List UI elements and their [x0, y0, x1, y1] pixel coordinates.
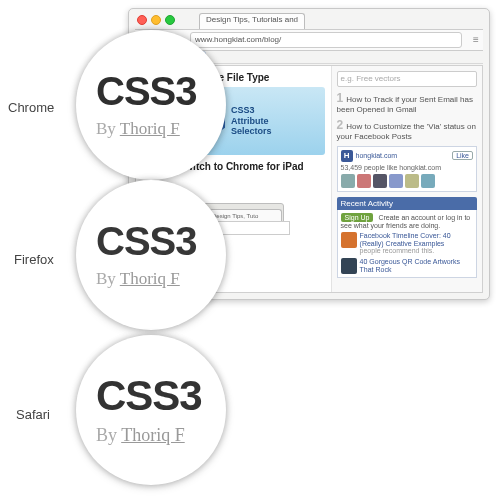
chrome-zoom-sample: CSS3 By Thoriq F [76, 30, 226, 180]
sidebar-item[interactable]: 1How to Track if your Sent Email has bee… [337, 91, 477, 115]
menu-icon[interactable]: ≡ [469, 33, 483, 47]
firefox-zoom-sample: CSS3 By Thoriq F [76, 180, 226, 330]
search-input[interactable]: e.g. Free vectors [337, 71, 477, 87]
address-field[interactable]: www.hongkiat.com/blog/ [190, 32, 462, 48]
signup-button[interactable]: Sign Up [341, 213, 374, 222]
author-link[interactable]: Thoriq F [121, 425, 185, 445]
like-button[interactable]: Like [452, 151, 473, 160]
author-link[interactable]: Thoriq F [120, 269, 180, 288]
hero-text: CSS3 Attribute Selectors [231, 105, 272, 136]
fb-page-name[interactable]: hongkiat.com [356, 152, 398, 159]
close-icon [137, 15, 147, 25]
recent-activity-body: Sign Up Create an account or log in to s… [337, 210, 477, 278]
sample-heading: CSS3 [96, 221, 226, 261]
label-firefox: Firefox [14, 252, 54, 267]
sample-byline: By Thoriq F [96, 119, 226, 139]
activity-thumb-icon [341, 232, 357, 248]
facebook-widget: H hongkiat.com Like 53,459 people like h… [337, 146, 477, 192]
safari-zoom-sample: CSS3 By Thoriq F [76, 335, 226, 485]
author-link[interactable]: Thoriq F [120, 119, 180, 138]
activity-row[interactable]: 40 Gorgeous QR Code Artworks That Rock [341, 258, 473, 274]
sample-byline: By Thoriq F [96, 269, 226, 289]
sample-byline: By Thoriq F [96, 425, 226, 446]
sample-heading: CSS3 [96, 71, 226, 111]
fb-thumbnails [341, 174, 473, 188]
facebook-icon: H [341, 150, 353, 162]
browser-tab[interactable]: Design Tips, Tutorials and [199, 13, 305, 29]
tab-bar: Design Tips, Tutorials and [199, 13, 483, 29]
sidebar: e.g. Free vectors 1How to Track if your … [331, 66, 482, 292]
activity-row[interactable]: Facebook Timeline Cover: 40 (Really) Cre… [341, 232, 473, 255]
label-chrome: Chrome [8, 100, 54, 115]
sample-heading: CSS3 [96, 375, 226, 417]
minimize-icon [151, 15, 161, 25]
label-safari: Safari [16, 407, 50, 422]
zoom-icon [165, 15, 175, 25]
recent-activity-header: Recent Activity [337, 197, 477, 210]
sidebar-item[interactable]: 2How to Customize the 'Via' status on yo… [337, 118, 477, 142]
activity-thumb-icon [341, 258, 357, 274]
fb-like-count: 53,459 people like hongkiat.com [341, 164, 473, 171]
mac-traffic-lights [137, 15, 175, 25]
